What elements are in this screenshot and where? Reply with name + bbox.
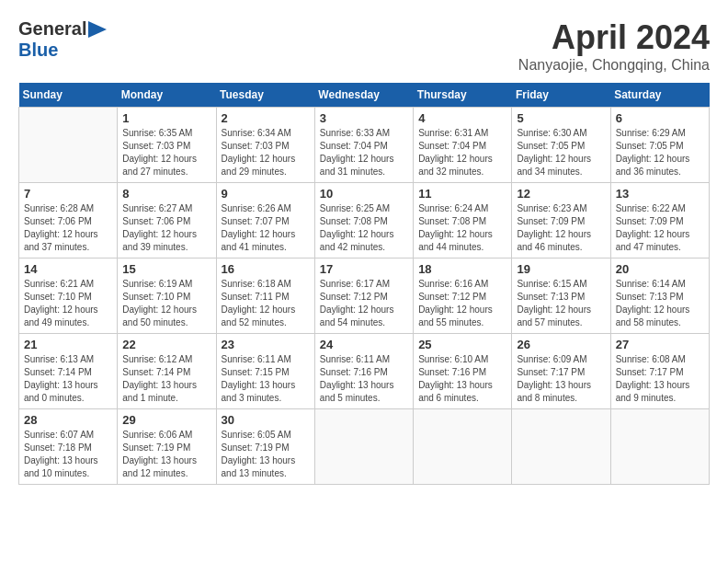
day-content: Sunrise: 6:05 AM Sunset: 7:19 PM Dayligh… xyxy=(222,429,310,480)
day-number: 27 xyxy=(616,338,704,351)
day-number: 9 xyxy=(222,187,310,201)
day-content: Sunrise: 6:07 AM Sunset: 7:18 PM Dayligh… xyxy=(24,429,112,480)
day-number: 23 xyxy=(222,338,310,351)
day-content: Sunrise: 6:34 AM Sunset: 7:03 PM Dayligh… xyxy=(222,127,310,178)
day-number: 7 xyxy=(24,187,112,201)
table-row: 19Sunrise: 6:15 AM Sunset: 7:13 PM Dayli… xyxy=(512,259,610,334)
header-tuesday: Tuesday xyxy=(216,83,314,108)
day-content: Sunrise: 6:09 AM Sunset: 7:17 PM Dayligh… xyxy=(517,353,605,405)
day-number: 24 xyxy=(320,338,408,351)
day-number: 5 xyxy=(517,111,605,125)
table-row: 28Sunrise: 6:07 AM Sunset: 7:18 PM Dayli… xyxy=(19,409,118,485)
table-row: 7Sunrise: 6:28 AM Sunset: 7:06 PM Daylig… xyxy=(19,183,118,259)
page-header: General Blue April 2024 Nanyaojie, Chong… xyxy=(18,18,710,74)
day-content: Sunrise: 6:24 AM Sunset: 7:08 PM Dayligh… xyxy=(418,202,506,254)
day-number: 16 xyxy=(222,262,310,276)
day-number: 15 xyxy=(122,262,210,276)
day-content: Sunrise: 6:21 AM Sunset: 7:10 PM Dayligh… xyxy=(24,278,112,329)
calendar-week-row: 7Sunrise: 6:28 AM Sunset: 7:06 PM Daylig… xyxy=(19,183,710,259)
table-row: 25Sunrise: 6:10 AM Sunset: 7:16 PM Dayli… xyxy=(414,334,512,409)
table-row: 12Sunrise: 6:23 AM Sunset: 7:09 PM Dayli… xyxy=(512,183,610,259)
table-row xyxy=(610,409,709,485)
title-section: April 2024 Nanyaojie, Chongqing, China xyxy=(518,18,710,74)
table-row: 27Sunrise: 6:08 AM Sunset: 7:17 PM Dayli… xyxy=(610,334,709,409)
month-title: April 2024 xyxy=(518,18,710,57)
day-number: 26 xyxy=(517,338,605,351)
day-number: 20 xyxy=(616,262,704,276)
header-sunday: Sunday xyxy=(19,83,118,108)
day-number: 22 xyxy=(122,338,210,351)
day-content: Sunrise: 6:30 AM Sunset: 7:05 PM Dayligh… xyxy=(517,127,605,178)
calendar-week-row: 21Sunrise: 6:13 AM Sunset: 7:14 PM Dayli… xyxy=(19,334,710,409)
day-content: Sunrise: 6:25 AM Sunset: 7:08 PM Dayligh… xyxy=(320,202,408,254)
day-number: 8 xyxy=(122,187,210,201)
header-thursday: Thursday xyxy=(414,83,512,108)
table-row: 16Sunrise: 6:18 AM Sunset: 7:11 PM Dayli… xyxy=(216,259,314,334)
day-content: Sunrise: 6:13 AM Sunset: 7:14 PM Dayligh… xyxy=(24,353,112,405)
calendar-header-row: Sunday Monday Tuesday Wednesday Thursday… xyxy=(19,83,710,108)
day-content: Sunrise: 6:23 AM Sunset: 7:09 PM Dayligh… xyxy=(517,202,605,254)
day-number: 10 xyxy=(320,187,408,201)
day-number: 19 xyxy=(517,262,605,276)
table-row: 14Sunrise: 6:21 AM Sunset: 7:10 PM Dayli… xyxy=(19,259,118,334)
header-saturday: Saturday xyxy=(610,83,709,108)
day-number: 11 xyxy=(418,187,506,201)
header-friday: Friday xyxy=(512,83,610,108)
day-number: 14 xyxy=(24,262,112,276)
day-number: 28 xyxy=(24,413,112,427)
logo-general: General xyxy=(18,18,86,40)
table-row: 23Sunrise: 6:11 AM Sunset: 7:15 PM Dayli… xyxy=(216,334,314,409)
day-content: Sunrise: 6:22 AM Sunset: 7:09 PM Dayligh… xyxy=(616,202,704,254)
day-number: 1 xyxy=(122,111,210,125)
day-content: Sunrise: 6:31 AM Sunset: 7:04 PM Dayligh… xyxy=(418,127,506,178)
day-content: Sunrise: 6:08 AM Sunset: 7:17 PM Dayligh… xyxy=(616,353,704,405)
table-row: 24Sunrise: 6:11 AM Sunset: 7:16 PM Dayli… xyxy=(314,334,413,409)
table-row: 3Sunrise: 6:33 AM Sunset: 7:04 PM Daylig… xyxy=(314,108,413,183)
table-row: 30Sunrise: 6:05 AM Sunset: 7:19 PM Dayli… xyxy=(216,409,314,485)
day-content: Sunrise: 6:19 AM Sunset: 7:10 PM Dayligh… xyxy=(122,278,210,329)
day-content: Sunrise: 6:26 AM Sunset: 7:07 PM Dayligh… xyxy=(222,202,310,254)
day-content: Sunrise: 6:18 AM Sunset: 7:11 PM Dayligh… xyxy=(222,278,310,329)
table-row xyxy=(19,108,118,183)
day-content: Sunrise: 6:17 AM Sunset: 7:12 PM Dayligh… xyxy=(320,278,408,329)
svg-marker-0 xyxy=(88,21,107,38)
day-number: 2 xyxy=(222,111,310,125)
table-row: 22Sunrise: 6:12 AM Sunset: 7:14 PM Dayli… xyxy=(118,334,216,409)
day-content: Sunrise: 6:15 AM Sunset: 7:13 PM Dayligh… xyxy=(517,278,605,329)
day-content: Sunrise: 6:12 AM Sunset: 7:14 PM Dayligh… xyxy=(122,353,210,405)
day-content: Sunrise: 6:28 AM Sunset: 7:06 PM Dayligh… xyxy=(24,202,112,254)
day-number: 12 xyxy=(517,187,605,201)
day-number: 25 xyxy=(418,338,506,351)
calendar-week-row: 28Sunrise: 6:07 AM Sunset: 7:18 PM Dayli… xyxy=(19,409,710,485)
table-row: 8Sunrise: 6:27 AM Sunset: 7:06 PM Daylig… xyxy=(118,183,216,259)
day-number: 30 xyxy=(222,413,310,427)
table-row xyxy=(314,409,413,485)
table-row xyxy=(414,409,512,485)
table-row: 4Sunrise: 6:31 AM Sunset: 7:04 PM Daylig… xyxy=(414,108,512,183)
table-row: 9Sunrise: 6:26 AM Sunset: 7:07 PM Daylig… xyxy=(216,183,314,259)
table-row: 29Sunrise: 6:06 AM Sunset: 7:19 PM Dayli… xyxy=(118,409,216,485)
day-number: 3 xyxy=(320,111,408,125)
table-row: 5Sunrise: 6:30 AM Sunset: 7:05 PM Daylig… xyxy=(512,108,610,183)
day-content: Sunrise: 6:29 AM Sunset: 7:05 PM Dayligh… xyxy=(616,127,704,178)
table-row: 18Sunrise: 6:16 AM Sunset: 7:12 PM Dayli… xyxy=(414,259,512,334)
table-row: 11Sunrise: 6:24 AM Sunset: 7:08 PM Dayli… xyxy=(414,183,512,259)
header-wednesday: Wednesday xyxy=(314,83,413,108)
calendar-table: Sunday Monday Tuesday Wednesday Thursday… xyxy=(18,83,710,485)
day-content: Sunrise: 6:27 AM Sunset: 7:06 PM Dayligh… xyxy=(122,202,210,254)
logo-arrow-icon xyxy=(88,21,107,38)
table-row xyxy=(512,409,610,485)
table-row: 17Sunrise: 6:17 AM Sunset: 7:12 PM Dayli… xyxy=(314,259,413,334)
table-row: 2Sunrise: 6:34 AM Sunset: 7:03 PM Daylig… xyxy=(216,108,314,183)
day-number: 6 xyxy=(616,111,704,125)
calendar-week-row: 14Sunrise: 6:21 AM Sunset: 7:10 PM Dayli… xyxy=(19,259,710,334)
day-content: Sunrise: 6:14 AM Sunset: 7:13 PM Dayligh… xyxy=(616,278,704,329)
table-row: 1Sunrise: 6:35 AM Sunset: 7:03 PM Daylig… xyxy=(118,108,216,183)
day-content: Sunrise: 6:11 AM Sunset: 7:16 PM Dayligh… xyxy=(320,353,408,405)
day-content: Sunrise: 6:06 AM Sunset: 7:19 PM Dayligh… xyxy=(122,429,210,480)
table-row: 10Sunrise: 6:25 AM Sunset: 7:08 PM Dayli… xyxy=(314,183,413,259)
table-row: 6Sunrise: 6:29 AM Sunset: 7:05 PM Daylig… xyxy=(610,108,709,183)
table-row: 21Sunrise: 6:13 AM Sunset: 7:14 PM Dayli… xyxy=(19,334,118,409)
day-number: 13 xyxy=(616,187,704,201)
day-number: 29 xyxy=(122,413,210,427)
